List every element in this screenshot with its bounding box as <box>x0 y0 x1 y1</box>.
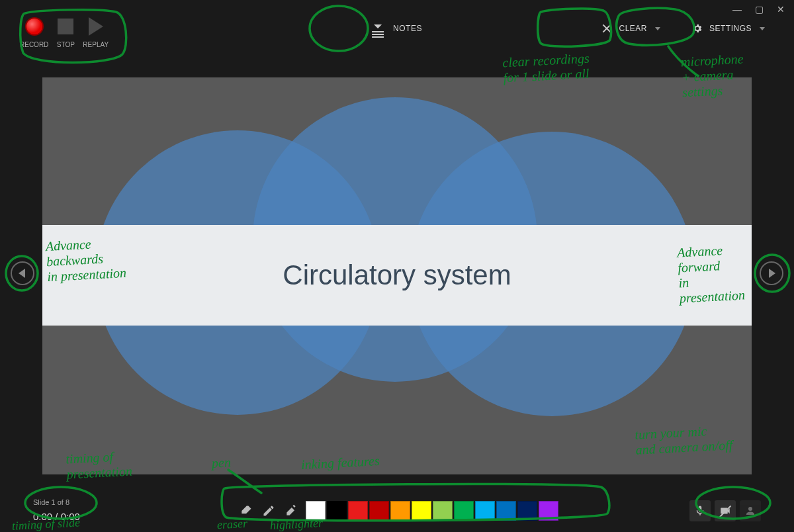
chevron-down-icon <box>760 27 765 30</box>
pen-icon <box>262 504 275 517</box>
replay-button[interactable]: REPLAY <box>83 16 109 48</box>
color-swatch[interactable] <box>517 501 537 521</box>
color-swatch[interactable] <box>327 501 347 521</box>
annotation-text: eraser <box>216 517 247 532</box>
notes-label: NOTES <box>393 24 422 33</box>
notes-icon <box>372 24 384 32</box>
annotation-text: microphone + camera settings <box>680 52 745 101</box>
annotation-text: Advance backwards in presentation <box>45 235 126 285</box>
person-icon <box>744 505 756 517</box>
top-toolbar: RECORD STOP REPLAY NOTES CLEAR SETTINGS <box>0 0 794 57</box>
record-label: RECORD <box>20 41 48 48</box>
color-swatch[interactable] <box>475 501 495 521</box>
settings-button[interactable]: SETTINGS <box>683 17 774 40</box>
color-swatch[interactable] <box>496 501 516 521</box>
slide-counter: Slide 1 of 8 <box>33 497 80 509</box>
color-swatch[interactable] <box>412 501 431 521</box>
color-swatch[interactable] <box>390 501 410 521</box>
slide-stage: Circulatory system <box>42 77 752 474</box>
eraser-icon <box>240 504 253 517</box>
bottom-toolbar: Slide 1 of 8 0:00 / 0:00 <box>0 490 794 532</box>
settings-label: SETTINGS <box>709 24 752 33</box>
annotation-text: Advance forward in presentation <box>677 242 746 306</box>
gear-icon <box>692 23 703 34</box>
annotation-text: highlighter <box>270 516 324 532</box>
stop-button[interactable]: STOP <box>55 16 76 48</box>
camera-toggle[interactable] <box>715 500 736 521</box>
chevron-down-icon <box>655 27 660 30</box>
annotation-text: timing of presentation <box>66 448 133 482</box>
color-swatch[interactable] <box>539 501 558 521</box>
slide-title: Circulatory system <box>283 259 511 291</box>
color-swatch[interactable] <box>454 501 474 521</box>
microphone-icon <box>694 505 706 517</box>
record-icon <box>25 17 44 36</box>
next-slide-button[interactable] <box>760 261 783 285</box>
presenter-toggle[interactable] <box>740 500 761 521</box>
clear-label: CLEAR <box>619 24 647 33</box>
annotation-text: pen <box>211 455 231 470</box>
microphone-toggle[interactable] <box>689 500 711 521</box>
replay-label: REPLAY <box>83 41 109 48</box>
slide-title-band: Circulatory system <box>42 225 752 326</box>
annotation-text: timing of slide <box>12 515 81 532</box>
stop-icon <box>58 19 73 34</box>
chevron-right-icon <box>769 269 775 278</box>
play-icon <box>89 17 103 36</box>
annotation-text: clear recordings for 1 slide or all <box>502 51 591 86</box>
stop-label: STOP <box>57 41 75 48</box>
annotation-text: turn your mic and camera on/off <box>635 422 733 458</box>
record-button[interactable]: RECORD <box>20 16 48 48</box>
camera-icon <box>719 505 731 517</box>
prev-slide-button[interactable] <box>11 261 34 285</box>
chevron-left-icon <box>19 269 25 278</box>
clear-button[interactable]: CLEAR <box>592 17 670 40</box>
color-swatch[interactable] <box>348 501 368 521</box>
color-swatch[interactable] <box>433 501 453 521</box>
highlighter-icon <box>285 504 298 517</box>
color-swatch[interactable] <box>369 501 389 521</box>
close-icon <box>601 23 612 34</box>
notes-button[interactable]: NOTES <box>359 17 435 40</box>
